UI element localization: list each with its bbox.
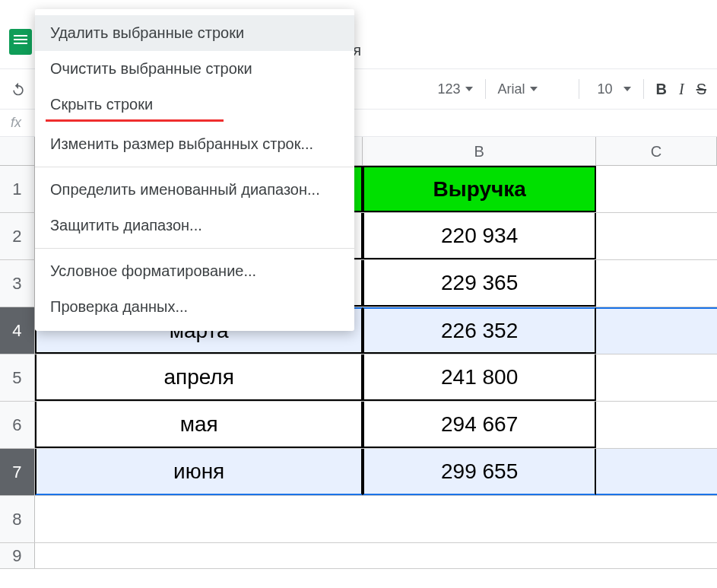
cell-B[interactable] xyxy=(363,543,595,568)
cell-B[interactable] xyxy=(363,496,595,542)
col-header-C[interactable]: C xyxy=(596,137,717,165)
row-header[interactable]: 8 xyxy=(0,496,35,542)
cell-C[interactable] xyxy=(596,307,717,354)
divider xyxy=(35,248,354,249)
cell-B[interactable]: Выручка xyxy=(363,166,595,212)
cell-A[interactable] xyxy=(35,496,363,542)
ctx-data-validation[interactable]: Проверка данных... xyxy=(35,289,354,325)
ctx-delete-rows[interactable]: Удалить выбранные строки xyxy=(35,15,354,51)
ctx-clear-rows[interactable]: Очистить выбранные строки xyxy=(35,51,354,87)
ctx-protect-range[interactable]: Защитить диапазон... xyxy=(35,208,354,243)
cell-A[interactable] xyxy=(35,543,363,568)
separator xyxy=(579,79,579,99)
context-menu: Удалить выбранные строки Очистить выбран… xyxy=(35,9,354,331)
select-all-corner[interactable] xyxy=(0,137,35,165)
font-size-dropdown[interactable]: 10 xyxy=(592,81,631,97)
cell-A[interactable]: мая xyxy=(35,402,363,448)
cell-C[interactable] xyxy=(596,496,717,542)
cell-B[interactable]: 220 934 xyxy=(363,213,595,259)
cell-A[interactable]: июня xyxy=(35,449,363,495)
cell-C[interactable] xyxy=(596,354,717,401)
table-row: 6мая294 667 xyxy=(0,402,717,449)
row-header[interactable]: 2 xyxy=(0,213,35,259)
chevron-down-icon xyxy=(530,87,538,91)
font-name-dropdown[interactable]: Arial xyxy=(498,81,566,97)
ctx-resize-rows[interactable]: Изменить размер выбранных строк... xyxy=(35,126,354,162)
undo-icon[interactable] xyxy=(11,81,26,97)
table-row: 7июня299 655 xyxy=(0,449,717,496)
chevron-down-icon xyxy=(623,87,631,91)
row-header[interactable]: 1 xyxy=(0,166,35,212)
number-format-label: 123 xyxy=(437,81,460,97)
annotation-underline xyxy=(46,119,224,122)
strike-button[interactable]: S xyxy=(696,81,706,98)
fx-label: fx xyxy=(11,115,21,131)
cell-B[interactable]: 299 655 xyxy=(363,449,595,495)
divider xyxy=(35,167,354,167)
row-header[interactable]: 6 xyxy=(0,402,35,448)
cell-C[interactable] xyxy=(596,449,717,495)
font-name-label: Arial xyxy=(498,81,525,97)
cell-C[interactable] xyxy=(596,166,717,212)
ctx-hide-rows[interactable]: Скрыть строки xyxy=(35,87,354,122)
separator xyxy=(485,79,486,99)
cell-C[interactable] xyxy=(596,402,717,448)
cell-A[interactable]: апреля xyxy=(35,354,363,401)
cell-B[interactable]: 294 667 xyxy=(363,402,595,448)
chevron-down-icon xyxy=(465,87,473,91)
number-format-dropdown[interactable]: 123 xyxy=(437,81,472,97)
separator xyxy=(643,79,644,99)
row-header[interactable]: 7 xyxy=(0,449,35,495)
table-row: 8 xyxy=(0,496,717,543)
cell-C[interactable] xyxy=(596,213,717,259)
cell-B[interactable]: 241 800 xyxy=(363,354,595,401)
row-header[interactable]: 5 xyxy=(0,354,35,401)
ctx-define-range[interactable]: Определить именованный диапазон... xyxy=(35,172,354,208)
cell-B[interactable]: 229 365 xyxy=(363,260,595,307)
cell-C[interactable] xyxy=(596,260,717,307)
row-header[interactable]: 3 xyxy=(0,260,35,307)
cell-B[interactable]: 226 352 xyxy=(363,307,595,354)
font-size-label: 10 xyxy=(592,81,619,97)
cell-C[interactable] xyxy=(596,543,717,568)
col-header-B[interactable]: B xyxy=(363,137,595,165)
bold-button[interactable]: B xyxy=(656,81,667,98)
italic-button[interactable]: I xyxy=(679,81,684,98)
table-row: 9 xyxy=(0,543,717,569)
sheets-logo xyxy=(9,29,32,55)
table-row: 5апреля241 800 xyxy=(0,354,717,402)
row-header[interactable]: 9 xyxy=(0,543,35,568)
row-header[interactable]: 4 xyxy=(0,307,35,354)
ctx-conditional-format[interactable]: Условное форматирование... xyxy=(35,253,354,289)
